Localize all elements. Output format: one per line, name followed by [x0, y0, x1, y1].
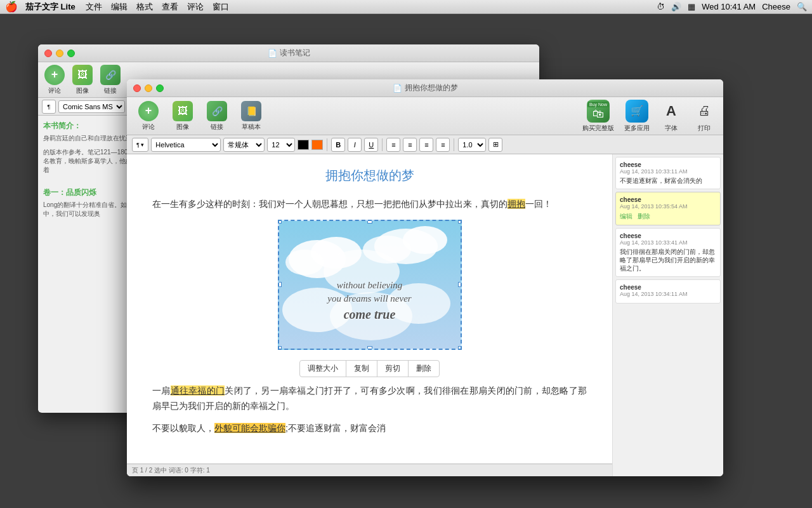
doc-para2: 一扇通往幸福的门关闭了，另一扇幸福之门打开了，可有多少次啊，我们徘徊在那扇关闭的… [152, 384, 587, 414]
divider3 [454, 138, 454, 151]
bold-btn[interactable]: B [331, 138, 345, 152]
print-btn[interactable]: 🖨 打印 [693, 100, 716, 133]
ctx-copy[interactable]: 复制 [346, 361, 377, 377]
font-btn[interactable]: A 字体 [660, 100, 683, 133]
align-right-btn[interactable]: ≡ [419, 138, 433, 152]
menu-view[interactable]: 查看 [162, 1, 178, 13]
main-draft-icon: 📒 [241, 101, 261, 121]
line-spacing-select[interactable]: 1.0 [458, 138, 486, 152]
main-traffic-lights [133, 84, 164, 92]
ctx-delete[interactable]: 删除 [409, 361, 439, 377]
main-toolbar: + 评论 🖼 图像 🔗 链接 📒 草稿本 Buy Now 🛍 购买完整版 � [127, 97, 723, 135]
main-minimize-button[interactable] [145, 84, 152, 92]
comment-date-2: Aug 14, 2013 10:35:54 AM [620, 203, 716, 210]
doc-title: 拥抱你想做的梦 [152, 167, 587, 184]
doc-para1: 在一生有多少这样的时刻：我们对一个人朝思暮想，只想一把把他们从梦中拉出来，真切的… [152, 197, 587, 212]
image-icon: 🖼 [72, 65, 93, 85]
font-style-select[interactable]: 常规体 [223, 138, 265, 152]
comment-date-4: Aug 14, 2013 10:34:11 AM [620, 291, 716, 297]
page-status: 页 1 / 2 选中 词语: 0 字符: 1 [132, 466, 210, 475]
paragraph-style-btn[interactable]: ¶ [42, 100, 56, 114]
toolbar-link[interactable]: 🔗 链接 [203, 101, 231, 131]
comment-date-1: Aug 14, 2013 10:33:11 AM [620, 168, 716, 175]
search-icon[interactable]: 🔍 [797, 2, 807, 11]
divider2 [382, 138, 383, 151]
ctx-cut[interactable]: 剪切 [377, 361, 409, 377]
font-family-select[interactable]: Helvetica [151, 138, 221, 152]
highlight-color-picker[interactable] [311, 140, 323, 150]
main-close-button[interactable] [133, 84, 141, 92]
doc-area[interactable]: 拥抱你想做的梦 在一生有多少这样的时刻：我们对一个人朝思暮想，只想一把把他们从梦… [127, 154, 612, 476]
review-icon: + [44, 65, 65, 85]
app-name[interactable]: 茄子文字 Lite [25, 1, 75, 13]
menu-comment[interactable]: 评论 [187, 1, 204, 13]
bg-window-title: 📄 读书笔记 [268, 48, 310, 58]
ctx-resize[interactable]: 调整大小 [300, 361, 346, 377]
resize-handle-ml[interactable] [278, 282, 282, 287]
svg-point-3 [285, 250, 324, 275]
traffic-lights [44, 50, 75, 57]
resize-handle-bc[interactable] [367, 346, 372, 350]
doc-image[interactable]: without believing you dreams will never … [278, 220, 462, 350]
format-dropdown-btn[interactable]: ¶ ▾ [132, 138, 148, 152]
image-text: without believing you dreams will never … [279, 279, 461, 323]
doc-inner: 拥抱你想做的梦 在一生有多少这样的时刻：我们对一个人朝思暮想，只想一把把他们从梦… [127, 154, 612, 476]
doc-title-icon: 📄 [393, 84, 402, 93]
maximize-button[interactable] [67, 50, 75, 57]
comment-author-4: cheese [620, 284, 716, 291]
comment-author-2: cheese [620, 196, 716, 203]
resize-handle-bl[interactable] [278, 346, 282, 350]
menu-edit[interactable]: 编辑 [111, 1, 128, 13]
doc-image-container: without believing you dreams will never … [152, 220, 587, 377]
bg-titlebar: 📄 读书笔记 [38, 44, 539, 62]
main-titlebar: 📄 拥抱你想做的梦 [127, 79, 723, 97]
indent-btn[interactable]: ⊞ [488, 138, 502, 152]
menu-format[interactable]: 格式 [136, 1, 153, 13]
resize-handle-tr[interactable] [458, 220, 462, 224]
buy-full-btn[interactable]: Buy Now 🛍 购买完整版 [582, 100, 614, 133]
main-maximize-button[interactable] [156, 84, 164, 92]
main-content: 拥抱你想做的梦 在一生有多少这样的时刻：我们对一个人朝思暮想，只想一把把他们从梦… [127, 154, 723, 476]
menu-file[interactable]: 文件 [86, 1, 102, 13]
align-justify-btn[interactable]: ≡ [436, 138, 450, 152]
menu-window[interactable]: 窗口 [213, 1, 229, 13]
comment-author-1: cheese [620, 161, 716, 168]
doc-icon: 📄 [268, 49, 277, 58]
minimize-button[interactable] [56, 50, 63, 57]
comment-text-3: 我们徘徊在那扇关闭的门前，却忽略了那扇早已为我们开启的新的幸福之门。 [620, 248, 716, 272]
toolbar-right: Buy Now 🛍 购买完整版 🛒 更多应用 A 字体 🖨 打印 [582, 100, 716, 133]
toolbar-link-btn[interactable]: 🔗 链接 [100, 65, 121, 95]
resize-handle-mr[interactable] [458, 282, 462, 287]
toolbar-image-btn[interactable]: 🖼 图像 [72, 65, 93, 95]
resize-handle-tc[interactable] [367, 220, 372, 224]
comment-edit-btn[interactable]: 编辑 [620, 212, 632, 221]
format-bar: ¶ ▾ Helvetica 常规体 12 B I U ≡ ≡ ≡ ≡ 1.0 ⊞ [127, 135, 723, 154]
comment-date-3: Aug 14, 2013 10:33:41 AM [620, 239, 716, 246]
toolbar-image[interactable]: 🖼 图像 [169, 101, 197, 131]
resize-handle-tl[interactable] [278, 220, 282, 224]
toolbar-review-btn[interactable]: + 评论 [44, 65, 65, 95]
comment-delete-btn[interactable]: 删除 [638, 212, 650, 221]
grid-icon[interactable]: ▦ [688, 2, 695, 11]
volume-icon[interactable]: 🔊 [671, 2, 681, 11]
print-icon: 🖨 [693, 100, 716, 123]
toolbar-review[interactable]: + 评论 [134, 101, 162, 131]
highlight-appearance: 外貌可能会欺骗你 [214, 423, 285, 433]
italic-btn[interactable]: I [348, 138, 362, 152]
text-color-picker[interactable] [298, 140, 309, 150]
more-apps-btn[interactable]: 🛒 更多应用 [624, 100, 650, 133]
apple-menu[interactable]: 🍎 [5, 1, 18, 13]
toolbar-draft[interactable]: 📒 草稿本 [237, 101, 265, 131]
font-family-select[interactable]: Comic Sans MS [58, 100, 125, 113]
comment-card-3: cheese Aug 14, 2013 10:33:41 AM 我们徘徊在那扇关… [615, 228, 721, 277]
align-left-btn[interactable]: ≡ [386, 138, 400, 152]
menubar: 🍎 茄子文字 Lite 文件 编辑 格式 查看 评论 窗口 ⏱ 🔊 ▦ Wed … [0, 0, 812, 14]
highlight-door: 通往幸福的门 [171, 385, 225, 396]
font-size-select[interactable]: 12 [267, 138, 295, 152]
close-button[interactable] [44, 50, 52, 57]
align-center-btn[interactable]: ≡ [403, 138, 417, 152]
main-review-icon: + [138, 101, 159, 121]
underline-btn[interactable]: U [364, 138, 378, 152]
resize-handle-br[interactable] [458, 346, 462, 350]
comment-author-3: cheese [620, 232, 716, 239]
